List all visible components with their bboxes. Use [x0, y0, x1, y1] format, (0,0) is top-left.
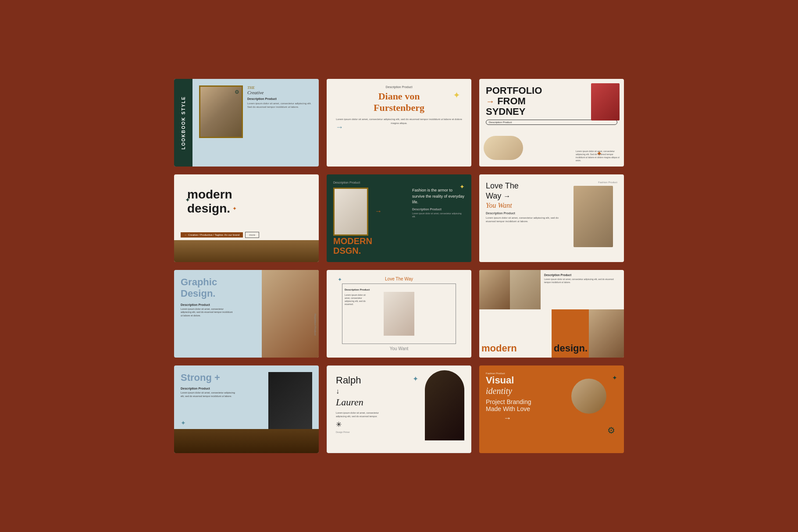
- love-desc: Description Product: [486, 212, 569, 215]
- fashion-text: Fashion is the armor to survive the real…: [412, 188, 465, 206]
- slide-portfolio: PORTFOLIO → FROM SYDNEY Description Prod…: [479, 79, 624, 167]
- slide9-bottom-row: modern design.: [479, 309, 624, 358]
- slides-grid: LOOKBOOK STYLE THE Creative Description …: [157, 61, 641, 471]
- arch-photo: [425, 370, 464, 440]
- star-deco-icon: ✦: [413, 375, 418, 383]
- face-photo: [484, 136, 523, 160]
- slide-strong: Strong + Description Product Lorem ipsum…: [174, 365, 319, 453]
- slide-lookbook: LOOKBOOK STYLE THE Creative Description …: [174, 79, 319, 167]
- slide-visual-identity: Fashion Product Visual identity Project …: [479, 365, 624, 453]
- desc-label: Description Product: [247, 97, 312, 100]
- modern-body: Lorem ipsum dolor sit amet, consectetur …: [412, 212, 465, 218]
- ralph-body: Lorem ipsum dolor sit amet, consectetur …: [336, 411, 388, 418]
- modern-top-label: Description Product: [333, 181, 465, 184]
- side-text: Repetition Product: [314, 314, 317, 335]
- slide-love-center: Love The Way ✦ Description Product Lorem…: [327, 270, 471, 358]
- creative-label: Creative: [247, 90, 312, 95]
- slide-modern-split: Description Product Lorem ipsum dolor si…: [479, 270, 624, 358]
- btn-more[interactable]: more: [245, 232, 259, 238]
- slide-diane: Description Product → ✦ Diane von Furste…: [327, 79, 471, 167]
- diane-top-label: Description Product: [333, 85, 465, 89]
- portfolio-photo: [591, 83, 620, 121]
- slide-modern-dsgn: Description Product ✦ → Fashion is the a…: [327, 174, 471, 262]
- btn-label: Creative / Productive / Tagline: An our …: [188, 234, 239, 236]
- slide-ralph-lauren: Ralph ↓ Lauren Lorem ipsum dolor sit ame…: [327, 365, 471, 453]
- slide9-text-block: Description Product Lorem ipsum dolor si…: [541, 270, 624, 309]
- the-label: THE: [247, 85, 312, 90]
- star-deco-icon: ✦: [338, 277, 342, 283]
- photo-sm-2: [510, 270, 541, 309]
- btn-bar: → Creative / Productive / Tagline: An ou…: [181, 232, 259, 238]
- lookbook-photo: [199, 85, 243, 138]
- modern-half: modern: [479, 309, 552, 358]
- photo-sm-1: [479, 270, 510, 309]
- modern-label: modern: [187, 188, 232, 201]
- slide-graphic-design: Graphic Design. Description Product Lore…: [174, 270, 319, 358]
- love-top: Love The Way: [333, 277, 465, 281]
- design-half: design.: [552, 309, 624, 358]
- center-rect: Description Product Lorem ipsum dolor si…: [342, 284, 456, 344]
- lookbook-content: THE Creative Description Product Lorem i…: [192, 79, 319, 167]
- arrow-icon: →: [375, 207, 382, 215]
- center-photo: [384, 292, 414, 336]
- graphic-body: Lorem ipsum dolor sit amet, consectetur …: [181, 308, 233, 318]
- arrow-icon: →: [503, 414, 511, 423]
- btn-brown[interactable]: → Creative / Productive / Tagline: An ou…: [181, 232, 243, 238]
- bottom-photo: [174, 429, 319, 453]
- lookbook-title: LOOKBOOK STYLE: [181, 96, 186, 149]
- fashion-label: Fashion Product: [574, 181, 617, 184]
- gear-icon: ⚙: [607, 425, 615, 436]
- footer-left: Design Primer: [336, 431, 350, 433]
- star-right-icon: ✦: [232, 206, 237, 212]
- modern-dsgn-label: MODERN DSGN.: [333, 236, 372, 255]
- person-photo-right: [589, 309, 624, 358]
- you-want-text: You Want: [486, 202, 569, 209]
- bottom-photo: [174, 240, 319, 262]
- center-desc: Description Product: [345, 288, 370, 291]
- diane-body: Lorem ipsum dolor sit amet, consectetur …: [333, 117, 465, 125]
- lookbook-text: THE Creative Description Product Lorem i…: [247, 85, 312, 160]
- love-left: Love The Way → You Want Description Prod…: [486, 181, 569, 255]
- love-right: Fashion Product: [574, 181, 617, 255]
- center-body: Lorem ipsum dolor sit amet, consectetur …: [345, 294, 371, 306]
- graphic-photo: [262, 270, 319, 358]
- modern-word: modern: [481, 343, 517, 354]
- slide9-top-row: Description Product Lorem ipsum dolor si…: [479, 270, 624, 309]
- love-person-photo: [574, 186, 613, 247]
- love-body: Lorem ipsum dolor sit amet, consectetur …: [486, 216, 569, 223]
- strong-body: Lorem ipsum dolor sit amet, consectetur …: [181, 391, 238, 398]
- diane-name: Diane von Furstenberg: [333, 91, 465, 114]
- arrow-icon: →: [335, 123, 343, 132]
- fashion-text-block: Fashion is the armor to survive the real…: [412, 188, 465, 218]
- split-body: Lorem ipsum dolor sit amet, consectetur …: [544, 278, 620, 284]
- body-text: Lorem ipsum dolor sit amet, consectetur …: [247, 102, 312, 109]
- star-icon: ✦: [453, 90, 460, 100]
- star-left-icon: ✦: [185, 196, 190, 204]
- design-label: design.: [187, 202, 230, 216]
- slide-modern-design: ✦ modern design. ✦ → Creative / Producti…: [174, 174, 319, 262]
- circle-photo: [571, 379, 606, 414]
- slide-love-way: Love The Way → You Want Description Prod…: [479, 174, 624, 262]
- lookbook-sidebar: LOOKBOOK STYLE: [174, 79, 192, 167]
- star-deco-icon: ✦: [612, 374, 617, 382]
- person-photo: [333, 188, 368, 236]
- portfolio-body: Lorem ipsum dolor sit amet, consectetur …: [576, 150, 620, 162]
- design-word: design.: [554, 343, 588, 354]
- modern-desc: Description Product: [412, 208, 465, 211]
- star-deco-icon: ✦: [181, 419, 186, 427]
- love-text: Love The Way →: [486, 181, 569, 202]
- you-want-bottom: You Want: [333, 346, 465, 351]
- strong-photo: [268, 372, 312, 433]
- split-desc: Description Product: [544, 273, 620, 277]
